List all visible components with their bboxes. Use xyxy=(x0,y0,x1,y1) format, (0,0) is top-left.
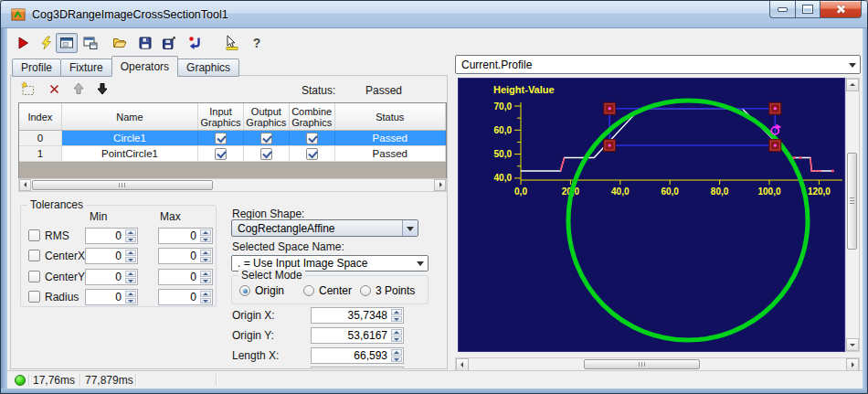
column-header[interactable]: Input Graphics xyxy=(198,103,244,130)
chevron-down-icon[interactable] xyxy=(845,56,860,73)
save-file-as-button[interactable] xyxy=(158,33,180,53)
column-header[interactable]: Output Graphics xyxy=(244,103,290,130)
tolerance-min-spinner[interactable]: 0 xyxy=(85,289,138,305)
spinner-up-icon[interactable] xyxy=(200,291,211,297)
radio-3-points[interactable]: 3 Points xyxy=(360,284,415,297)
radio-icon[interactable] xyxy=(303,285,314,296)
radio-center[interactable]: Center xyxy=(303,284,352,297)
move-down-button[interactable] xyxy=(93,80,111,98)
length-y-spinner-value[interactable]: 15,3527 xyxy=(312,367,390,369)
tolerance-min-spinner-value[interactable]: 0 xyxy=(86,249,124,263)
move-up-button[interactable] xyxy=(69,80,88,98)
origin-y-spinner-value[interactable]: 53,6167 xyxy=(312,328,390,343)
reset-button[interactable] xyxy=(184,33,206,53)
tab-profile[interactable]: Profile xyxy=(12,59,61,77)
spinner-down-icon[interactable] xyxy=(200,257,211,263)
spinner-up-icon[interactable] xyxy=(125,271,136,277)
tolerance-max-spinner[interactable]: 0 xyxy=(158,248,213,264)
help-button[interactable]: ? xyxy=(246,33,268,53)
scroll-thumb[interactable] xyxy=(847,153,857,250)
tab-graphics[interactable]: Graphics xyxy=(177,59,239,77)
delete-operator-button[interactable] xyxy=(45,80,63,98)
origin-x-spinner-value[interactable]: 35,7348 xyxy=(312,308,390,323)
maximize-button[interactable] xyxy=(795,1,820,18)
tolerance-min-spinner[interactable]: 0 xyxy=(85,228,138,244)
tolerance-min-spinner[interactable]: 0 xyxy=(85,248,138,264)
spinner-up-icon[interactable] xyxy=(200,229,211,236)
spinner-up-icon[interactable] xyxy=(200,271,211,277)
spinner-down-icon[interactable] xyxy=(391,316,402,323)
table-row[interactable]: 1PointCircle1Passed xyxy=(19,146,446,162)
tolerance-min-spinner[interactable]: 0 xyxy=(85,269,138,285)
spinner-up-icon[interactable] xyxy=(391,349,402,356)
spinner-down-icon[interactable] xyxy=(391,336,402,343)
length-y-spinner[interactable]: 15,3527 xyxy=(311,367,404,369)
tolerance-min-spinner-value[interactable]: 0 xyxy=(86,290,124,304)
tab-operators[interactable]: Operators xyxy=(111,56,178,77)
tolerance-checkbox[interactable] xyxy=(28,229,40,241)
minimize-button[interactable] xyxy=(769,1,796,18)
tolerance-max-spinner-value[interactable]: 0 xyxy=(159,229,199,243)
toggle-linked-display-button[interactable] xyxy=(79,33,101,53)
scroll-thumb[interactable] xyxy=(584,359,700,369)
toggle-result-display-button[interactable] xyxy=(56,33,78,53)
profile-selector-combo[interactable]: Current.Profile xyxy=(455,55,861,74)
tolerance-min-spinner-value[interactable]: 0 xyxy=(86,229,124,243)
graphics-checkbox[interactable] xyxy=(215,148,227,160)
open-file-button[interactable] xyxy=(109,33,131,53)
column-header[interactable]: Index xyxy=(19,103,62,130)
spinner-up-icon[interactable] xyxy=(125,250,136,256)
pointer-measure-button[interactable] xyxy=(220,33,242,53)
graphics-checkbox[interactable] xyxy=(306,148,318,160)
chevron-down-icon[interactable] xyxy=(402,220,418,236)
origin-y-spinner[interactable]: 53,6167 xyxy=(311,327,404,344)
scroll-thumb[interactable] xyxy=(32,180,213,190)
scroll-up-button[interactable] xyxy=(846,79,859,91)
radio-icon[interactable] xyxy=(239,285,250,296)
length-x-spinner-value[interactable]: 66,593 xyxy=(312,348,390,363)
spinner-up-icon[interactable] xyxy=(391,309,402,315)
spinner-down-icon[interactable] xyxy=(200,278,211,284)
table-row[interactable]: 0Circle1Passed xyxy=(19,131,446,146)
radio-origin[interactable]: Origin xyxy=(239,284,284,297)
scroll-right-button[interactable] xyxy=(434,179,446,191)
scroll-left-button[interactable] xyxy=(456,358,469,371)
tolerance-max-spinner[interactable]: 0 xyxy=(158,228,213,244)
spinner-down-icon[interactable] xyxy=(200,237,211,243)
column-header[interactable]: Status xyxy=(335,103,446,130)
length-x-spinner[interactable]: 66,593 xyxy=(311,347,404,364)
tab-fixture[interactable]: Fixture xyxy=(60,59,112,77)
graphics-checkbox[interactable] xyxy=(260,133,272,144)
tolerance-checkbox[interactable] xyxy=(28,250,40,261)
spinner-down-icon[interactable] xyxy=(125,257,136,263)
graphics-checkbox[interactable] xyxy=(306,133,318,144)
spinner-down-icon[interactable] xyxy=(125,237,136,243)
run-button[interactable] xyxy=(12,33,34,53)
spinner-down-icon[interactable] xyxy=(125,298,136,304)
spinner-down-icon[interactable] xyxy=(125,278,136,284)
column-header[interactable]: Name xyxy=(62,103,198,130)
spinner-up-icon[interactable] xyxy=(125,229,136,236)
tolerance-max-spinner-value[interactable]: 0 xyxy=(159,270,199,284)
table-hscrollbar[interactable] xyxy=(18,178,447,192)
spinner-up-icon[interactable] xyxy=(125,291,136,297)
chevron-down-icon[interactable] xyxy=(413,256,428,271)
new-operator-button[interactable] xyxy=(18,80,37,98)
title-bar[interactable]: Cog3DRangeImageCrossSectionTool1 xyxy=(1,1,868,28)
tolerance-checkbox[interactable] xyxy=(28,271,40,282)
tolerance-min-spinner-value[interactable]: 0 xyxy=(86,270,124,284)
radio-icon[interactable] xyxy=(360,285,371,296)
origin-x-spinner[interactable]: 35,7348 xyxy=(311,307,404,324)
plot-vscrollbar[interactable] xyxy=(845,78,860,352)
scroll-down-button[interactable] xyxy=(846,338,859,351)
tolerance-max-spinner[interactable]: 0 xyxy=(158,269,213,285)
scroll-left-button[interactable] xyxy=(19,179,31,191)
close-button[interactable] xyxy=(820,1,862,18)
spinner-down-icon[interactable] xyxy=(391,357,402,363)
region-shape-combo[interactable]: CogRectangleAffine xyxy=(231,219,418,237)
tolerance-max-spinner[interactable]: 0 xyxy=(158,289,213,305)
tolerance-max-spinner-value[interactable]: 0 xyxy=(159,290,199,304)
tolerance-checkbox[interactable] xyxy=(28,291,40,303)
save-file-button[interactable] xyxy=(134,33,156,53)
graphics-checkbox[interactable] xyxy=(215,133,227,144)
